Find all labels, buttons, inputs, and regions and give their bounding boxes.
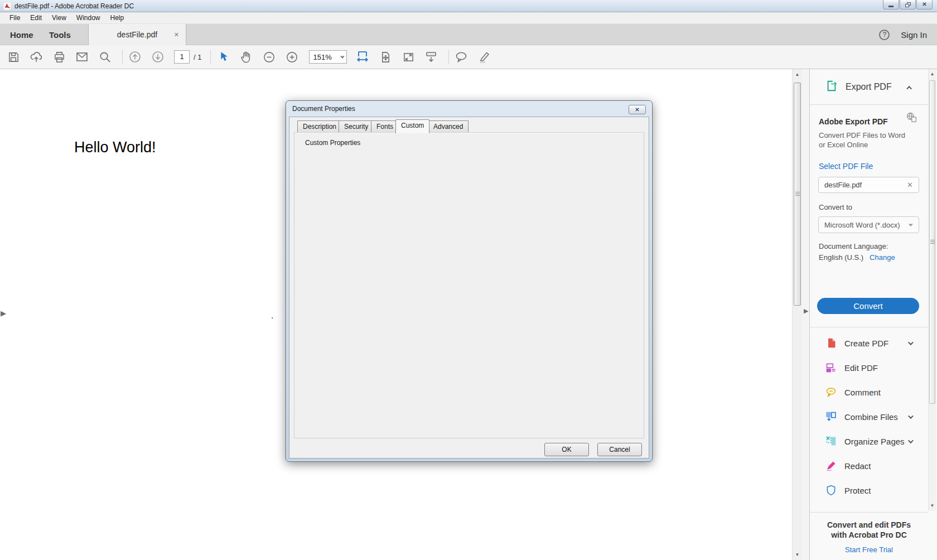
chevron-down-icon (341, 54, 345, 58)
menu-help[interactable]: Help (105, 12, 129, 23)
next-page-icon[interactable] (151, 50, 165, 64)
tab-advanced[interactable]: Advanced (428, 120, 468, 133)
fit-page-icon[interactable] (379, 50, 392, 64)
tab-close-icon[interactable]: ✕ (174, 31, 179, 38)
ok-button[interactable]: OK (544, 443, 589, 456)
save-icon[interactable] (7, 50, 20, 64)
menu-view[interactable]: View (47, 12, 71, 23)
scroll-down-icon[interactable]: ▼ (793, 552, 802, 557)
menu-window[interactable]: Window (71, 12, 105, 23)
tab-home[interactable]: Home (0, 24, 44, 45)
acrobat-pro-promo: Convert and edit PDFs with Acrobat Pro D… (810, 520, 928, 554)
hand-tool-icon[interactable] (239, 50, 253, 64)
custom-properties-group-label: Custom Properties (303, 139, 363, 147)
dialog-close-button[interactable]: ✕ (629, 105, 646, 114)
sidebar-tool-combine-files[interactable]: Combine Files (810, 404, 928, 429)
fit-width-icon[interactable] (356, 50, 369, 64)
zoom-level-dropdown[interactable]: 151% (309, 50, 347, 64)
close-icon: ✕ (922, 2, 926, 7)
minimize-button[interactable] (883, 0, 899, 9)
select-pdf-file-link[interactable]: Select PDF File (819, 162, 873, 171)
sidebar-tool-redact[interactable]: Redact (810, 453, 928, 478)
sidebar-collapse-strip: ▶ (802, 69, 810, 560)
close-icon: ✕ (635, 107, 639, 113)
select-tool-icon[interactable] (216, 50, 230, 64)
document-tab-label: destFile.pdf (117, 30, 157, 39)
sign-in-button[interactable]: Sign In (901, 30, 927, 40)
menu-edit[interactable]: Edit (25, 12, 47, 23)
cancel-button[interactable]: Cancel (597, 443, 642, 456)
scroll-down-icon[interactable]: ▼ (929, 503, 936, 508)
acrobat-reader-window: destFile.pdf - Adobe Acrobat Reader DC ✕… (0, 0, 937, 560)
sidebar-tool-organize-pages[interactable]: Organize Pages (810, 429, 928, 453)
help-icon[interactable]: ? (879, 30, 890, 40)
zoom-in-icon[interactable] (285, 50, 298, 64)
document-properties-dialog: Document Properties ✕ Description Securi… (286, 100, 653, 462)
toolbar-divider (122, 50, 123, 64)
document-text: Hello World! (74, 139, 156, 156)
presentation-mode-icon[interactable] (424, 50, 438, 64)
chevron-up-icon[interactable] (906, 86, 912, 91)
dialog-titlebar[interactable]: Document Properties (286, 101, 652, 117)
scrollbar-thumb[interactable] (794, 83, 801, 306)
full-screen-icon[interactable] (402, 50, 415, 64)
page-count-label: / 1 (194, 53, 201, 61)
print-icon[interactable] (52, 50, 66, 64)
organize-pages-icon (825, 436, 837, 447)
online-service-icon (906, 112, 917, 125)
highlight-tool-icon[interactable] (477, 50, 491, 64)
tab-description[interactable]: Description (297, 120, 342, 133)
chevron-down-icon (908, 438, 914, 443)
search-icon[interactable] (98, 50, 112, 64)
sidebar-scrollbar[interactable]: ▲ ▼ (928, 69, 936, 511)
scroll-up-icon[interactable]: ▲ (793, 72, 802, 77)
convert-button[interactable]: Convert (817, 298, 919, 314)
convert-to-label: Convert to (819, 203, 852, 211)
tab-fonts[interactable]: Fonts (371, 120, 399, 133)
restore-button[interactable] (900, 0, 916, 9)
tab-bar: Home Tools destFile.pdf ✕ ? Sign In (0, 24, 937, 45)
comment-tool-icon[interactable] (455, 50, 468, 64)
scroll-up-icon[interactable]: ▲ (929, 71, 936, 76)
sidebar-tool-protect[interactable]: Protect (810, 478, 928, 503)
chevron-down-icon (908, 340, 914, 345)
promo-text-line2: with Acrobat Pro DC (810, 530, 928, 540)
tab-tools[interactable]: Tools (39, 24, 81, 45)
zoom-level-value: 151% (313, 53, 340, 61)
tab-security[interactable]: Security (339, 120, 374, 133)
tab-custom[interactable]: Custom (395, 119, 429, 133)
dialog-title: Document Properties (292, 105, 355, 113)
sidebar-tool-comment[interactable]: Comment (810, 380, 928, 404)
custom-tab-page (294, 132, 644, 438)
sidebar-tool-create-pdf[interactable]: Create PDF (810, 331, 928, 355)
email-icon[interactable] (75, 50, 89, 64)
chevron-down-icon (908, 413, 914, 419)
export-pdf-label: Export PDF (846, 82, 892, 92)
chevron-down-icon (909, 222, 912, 226)
document-language-label: Document Language: (819, 242, 888, 250)
tab-document[interactable]: destFile.pdf ✕ (88, 24, 186, 45)
zoom-out-icon[interactable] (262, 50, 276, 64)
selected-file-name: destFile.pdf (824, 181, 907, 189)
menu-file[interactable]: File (4, 12, 25, 23)
document-scrollbar[interactable]: ▲ ▼ (792, 69, 802, 560)
previous-page-icon[interactable] (128, 50, 142, 64)
export-pdf-header[interactable]: Export PDF (810, 77, 928, 97)
change-language-link[interactable]: Change (870, 253, 895, 262)
comment-icon (825, 387, 837, 398)
signin-area: ? Sign In (879, 24, 927, 45)
share-upload-icon[interactable] (30, 50, 43, 64)
selected-file-chip[interactable]: destFile.pdf ✕ (818, 177, 919, 193)
adobe-export-pdf-description: Convert PDF Files to Word or Excel Onlin… (819, 131, 914, 149)
remove-file-icon[interactable]: ✕ (907, 181, 913, 189)
convert-format-dropdown[interactable]: Microsoft Word (*.docx) (818, 216, 919, 233)
page-number-input[interactable]: 1 (174, 50, 190, 64)
left-panel-collapse-icon[interactable]: ▶ (1, 309, 6, 317)
right-panel-collapse-icon[interactable]: ▶ (804, 307, 808, 315)
acrobat-app-icon (3, 2, 11, 10)
scrollbar-thumb[interactable] (929, 80, 935, 404)
close-button[interactable]: ✕ (916, 0, 933, 9)
menu-bar: File Edit View Window Help (0, 12, 937, 24)
sidebar-tool-edit-pdf[interactable]: Edit PDF (810, 355, 928, 380)
start-free-trial-link[interactable]: Start Free Trial (845, 545, 893, 554)
